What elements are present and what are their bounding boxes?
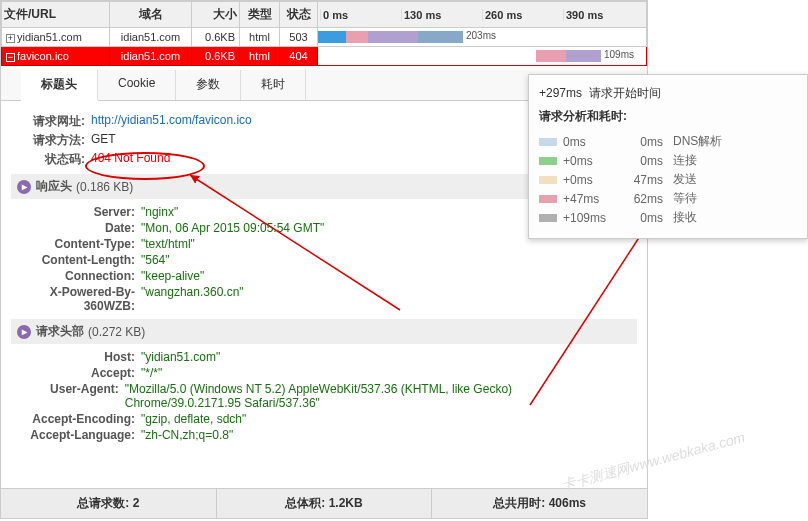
total-time: 总共用时: 406ms [432, 489, 647, 518]
timing-phase: 接收 [663, 209, 697, 226]
color-swatch [539, 195, 557, 203]
cell-size: 0.6KB [192, 28, 240, 47]
header-value: "keep-alive" [141, 269, 204, 283]
header-key: Connection: [21, 269, 141, 283]
col-type[interactable]: 类型 [240, 2, 280, 28]
section-size: (0.272 KB) [88, 325, 145, 339]
table-header-row: 文件/URL 域名 大小 类型 状态 0 ms 130 ms 260 ms 39… [2, 2, 647, 28]
color-swatch [539, 214, 557, 222]
cell-size: 0.6KB [192, 47, 240, 66]
header-key: User-Agent: [21, 382, 125, 410]
header-key: Server: [21, 205, 141, 219]
cell-type: html [240, 47, 280, 66]
cell-type: html [240, 28, 280, 47]
col-timeline: 0 ms 130 ms 260 ms 390 ms [318, 2, 647, 28]
timing-offset: 0ms [563, 135, 613, 149]
timing-phase: 发送 [663, 171, 697, 188]
timing-phase: DNS解析 [663, 133, 722, 150]
section-title: 请求头部 [36, 323, 84, 340]
timing-duration: 0ms [613, 154, 663, 168]
url-value[interactable]: http://yidian51.com/favicon.ico [91, 113, 252, 130]
tab-timing[interactable]: 耗时 [241, 70, 306, 100]
table-row[interactable]: +yidian51.com idian51.com 0.6KB html 503… [2, 28, 647, 47]
timing-offset: +47ms [563, 192, 613, 206]
collapse-arrow-icon: ▸ [17, 180, 31, 194]
total-size: 总体积: 1.2KB [217, 489, 433, 518]
url-label: 请求网址: [21, 113, 91, 130]
tab-cookie[interactable]: Cookie [98, 70, 176, 100]
timing-duration: 47ms [613, 173, 663, 187]
col-status[interactable]: 状态 [280, 2, 318, 28]
timing-popup: +297ms 请求开始时间 请求分析和耗时: 0ms0msDNS解析+0ms0m… [528, 74, 808, 239]
header-value: "564" [141, 253, 170, 267]
bar-receive [368, 31, 418, 43]
header-value: "nginx" [141, 205, 178, 219]
timing-duration: 0ms [613, 135, 663, 149]
timing-phase: 连接 [663, 152, 697, 169]
tick-0: 0 ms [320, 9, 401, 21]
bar-label: 203ms [466, 30, 496, 41]
header-key: Content-Type: [21, 237, 141, 251]
header-value: "gzip, deflate, sdch" [141, 412, 246, 426]
timing-phase: 等待 [663, 190, 697, 207]
header-value: "*/*" [141, 366, 162, 380]
total-requests: 总请求数: 2 [1, 489, 217, 518]
timing-offset: +0ms [563, 173, 613, 187]
request-headers-section[interactable]: ▸ 请求头部 (0.272 KB) [11, 319, 637, 344]
popup-section-label: 请求分析和耗时: [539, 108, 797, 125]
bar-receive [566, 50, 601, 62]
header-value: "zh-CN,zh;q=0.8" [141, 428, 233, 442]
header-value: "wangzhan.360.cn" [141, 285, 244, 313]
bar-wait [346, 31, 368, 43]
tick-2: 260 ms [482, 9, 563, 21]
header-key: Accept-Language: [21, 428, 141, 442]
table-row[interactable]: −favicon.ico idian51.com 0.6KB html 404 … [2, 47, 647, 66]
header-key: X-Powered-By-360WZB: [21, 285, 141, 313]
tick-1: 130 ms [401, 9, 482, 21]
cell-domain: idian51.com [110, 28, 192, 47]
col-file[interactable]: 文件/URL [2, 2, 110, 28]
bar-wait [536, 50, 566, 62]
tab-headers[interactable]: 标题头 [21, 70, 98, 101]
col-domain[interactable]: 域名 [110, 2, 192, 28]
header-value: "text/html" [141, 237, 195, 251]
file-name: favicon.ico [17, 50, 69, 62]
timing-offset: +109ms [563, 211, 613, 225]
col-size[interactable]: 大小 [192, 2, 240, 28]
method-label: 请求方法: [21, 132, 91, 149]
header-key: Content-Length: [21, 253, 141, 267]
tab-params[interactable]: 参数 [176, 70, 241, 100]
header-key: Host: [21, 350, 141, 364]
header-value: "Mozilla/5.0 (Windows NT 5.2) AppleWebKi… [125, 382, 627, 410]
header-value: "Mon, 06 Apr 2015 09:05:54 GMT" [141, 221, 324, 235]
tick-3: 390 ms [563, 9, 644, 21]
summary-footer: 总请求数: 2 总体积: 1.2KB 总共用时: 406ms [1, 488, 647, 518]
section-size: (0.186 KB) [76, 180, 133, 194]
bar-extra [418, 31, 463, 43]
collapse-icon[interactable]: − [6, 53, 15, 62]
header-key: Accept: [21, 366, 141, 380]
timeline-cell: 109ms [318, 47, 647, 66]
status-value: 404 Not Found [91, 151, 170, 168]
color-swatch [539, 176, 557, 184]
timing-row: +0ms47ms发送 [539, 171, 797, 188]
expand-icon[interactable]: + [6, 34, 15, 43]
cell-status: 503 [280, 28, 318, 47]
request-table: 文件/URL 域名 大小 类型 状态 0 ms 130 ms 260 ms 39… [1, 1, 647, 66]
timing-row: 0ms0msDNS解析 [539, 133, 797, 150]
collapse-arrow-icon: ▸ [17, 325, 31, 339]
method-value: GET [91, 132, 116, 149]
color-swatch [539, 157, 557, 165]
section-title: 响应头 [36, 178, 72, 195]
timing-row: +47ms62ms等待 [539, 190, 797, 207]
start-label: 请求开始时间 [589, 86, 661, 100]
file-name: yidian51.com [17, 31, 82, 43]
status-label: 状态码: [21, 151, 91, 168]
header-key: Date: [21, 221, 141, 235]
header-key: Accept-Encoding: [21, 412, 141, 426]
start-offset: +297ms [539, 86, 582, 100]
timing-offset: +0ms [563, 154, 613, 168]
timeline-cell: 203ms [318, 28, 647, 47]
cell-domain: idian51.com [110, 47, 192, 66]
cell-status: 404 [280, 47, 318, 66]
